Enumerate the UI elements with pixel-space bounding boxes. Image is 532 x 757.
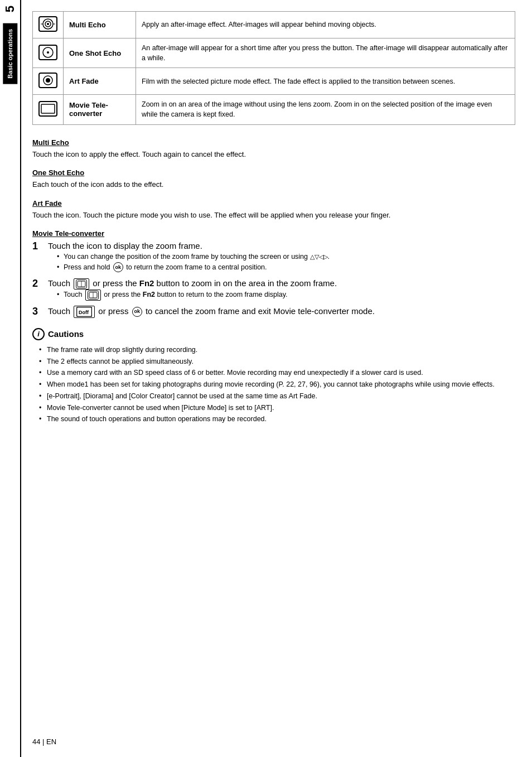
caution-item: The sound of touch operations and button… <box>39 414 515 425</box>
svg-point-3 <box>47 23 49 25</box>
art-fade-desc: Film with the selected picture mode effe… <box>136 68 515 95</box>
table-row: Movie Tele-converter Zoom in on an area … <box>33 95 515 124</box>
multi-echo-desc: Apply an after-image effect. After-image… <box>136 12 515 38</box>
step-3-content: Touch Doff or press ok to cancel the zoo… <box>48 305 515 318</box>
multi-echo-text: Touch the icon to apply the effect. Touc… <box>32 149 515 160</box>
caution-item: When mode1 has been set for taking photo… <box>39 379 515 390</box>
movie-tele-name: Movie Tele-converter <box>64 95 136 124</box>
ok-button-icon-2: ok <box>132 307 142 317</box>
step-2-content: Touch or press the Fn2 button to zoom in… <box>48 277 515 301</box>
svg-point-8 <box>47 51 49 54</box>
chapter-label: Basic operations <box>3 23 17 84</box>
caution-item: [e-Portrait], [Diorama] and [Color Creat… <box>39 391 515 402</box>
doff-icon-svg: Doff <box>76 307 92 317</box>
table-row: One Shot Echo An after-image will appear… <box>33 38 515 68</box>
caution-item: The 2 effects cannot be applied simultan… <box>39 356 515 367</box>
step-1-number: 1 <box>32 240 48 253</box>
cautions-list: The frame rate will drop slightly during… <box>39 345 515 425</box>
cautions-header: i Cautions <box>32 328 515 340</box>
cautions-icon: i <box>32 328 45 340</box>
fn2-zoom-icon-small <box>85 290 101 301</box>
arrow-symbols: △▽◁▷ <box>310 253 328 260</box>
icon-cell-movie-tele <box>33 95 64 124</box>
steps-container: 1 Touch the icon to display the zoom fra… <box>32 240 515 318</box>
step-3: 3 Touch Doff or press ok to cancel the z… <box>32 305 515 318</box>
movie-tele-icon <box>38 101 57 117</box>
step-2-main: Touch or press the Fn2 button to zoom in… <box>48 277 515 290</box>
step-2-bullets: Touch or press the Fn2 button to return … <box>57 290 515 301</box>
fn2-zoom-icon <box>74 278 89 290</box>
doff-icon: Doff <box>74 306 95 318</box>
fn2-icon-svg-small <box>88 291 99 300</box>
caution-item: Use a memory card with an SD speed class… <box>39 368 515 378</box>
step-2-number: 2 <box>32 277 48 290</box>
caution-item: The frame rate will drop slightly during… <box>39 345 515 355</box>
cautions-section: i Cautions The frame rate will drop slig… <box>32 328 515 425</box>
feature-table: Multi Echo Apply an after-image effect. … <box>32 11 515 125</box>
page-number: 44 | EN <box>32 737 56 746</box>
one-shot-echo-icon <box>38 45 57 60</box>
svg-text:Doff: Doff <box>79 310 89 315</box>
step-2: 2 Touch or press the Fn2 button to zoom … <box>32 277 515 301</box>
table-row: Art Fade Film with the selected picture … <box>33 68 515 95</box>
art-fade-text: Touch the icon. Touch the picture mode y… <box>32 210 515 221</box>
cautions-title: Cautions <box>48 329 84 339</box>
movie-tele-section: Movie Tele-converter 1 Touch the icon to… <box>32 229 515 318</box>
fn2-label-2: Fn2 <box>143 291 155 298</box>
fn2-label: Fn2 <box>139 278 154 288</box>
icon-cell-art-fade <box>33 68 64 95</box>
multi-echo-name: Multi Echo <box>64 12 136 38</box>
main-content: Multi Echo Apply an after-image effect. … <box>21 0 532 757</box>
sidebar: 5 Basic operations <box>0 0 21 757</box>
svg-point-11 <box>46 78 50 83</box>
caution-item: Movie Tele-converter cannot be used when… <box>39 403 515 413</box>
chapter-number: 5 <box>3 6 17 12</box>
art-fade-heading: Art Fade <box>32 199 515 208</box>
step-3-main: Touch Doff or press ok to cancel the zoo… <box>48 305 515 318</box>
fn2-icon-svg <box>76 279 87 288</box>
step-1-main: Touch the icon to display the zoom frame… <box>48 240 515 252</box>
step-1: 1 Touch the icon to display the zoom fra… <box>32 240 515 273</box>
step-1-bullets: You can change the position of the zoom … <box>57 252 515 273</box>
one-shot-echo-text: Each touch of the icon adds to the effec… <box>32 179 515 190</box>
step-3-number: 3 <box>32 305 48 318</box>
movie-tele-heading: Movie Tele-converter <box>32 229 515 238</box>
art-fade-icon <box>38 73 57 88</box>
one-shot-echo-desc: An after-image will appear for a short t… <box>136 38 515 68</box>
multi-echo-icon <box>38 16 57 32</box>
icon-cell-one-shot-echo <box>33 38 64 68</box>
table-row: Multi Echo Apply an after-image effect. … <box>33 12 515 38</box>
multi-echo-section: Multi Echo Touch the icon to apply the e… <box>32 138 515 160</box>
one-shot-echo-name: One Shot Echo <box>64 38 136 68</box>
step-1-bullet-1: You can change the position of the zoom … <box>57 252 515 262</box>
page-footer: 44 | EN <box>21 737 56 746</box>
ok-button-icon: ok <box>113 262 123 272</box>
svg-rect-12 <box>39 102 57 116</box>
step-1-content: Touch the icon to display the zoom frame… <box>48 240 515 273</box>
art-fade-section: Art Fade Touch the icon. Touch the pictu… <box>32 199 515 221</box>
one-shot-echo-section: One Shot Echo Each touch of the icon add… <box>32 168 515 190</box>
step-2-bullet-1: Touch or press the Fn2 button to return … <box>57 290 515 301</box>
movie-tele-desc: Zoom in on an area of the image without … <box>136 95 515 124</box>
icon-cell-multi-echo <box>33 12 64 38</box>
art-fade-name: Art Fade <box>64 68 136 95</box>
step-1-bullet-2: Press and hold ok to return the zoom fra… <box>57 262 515 273</box>
one-shot-echo-heading: One Shot Echo <box>32 168 515 177</box>
multi-echo-heading: Multi Echo <box>32 138 515 147</box>
